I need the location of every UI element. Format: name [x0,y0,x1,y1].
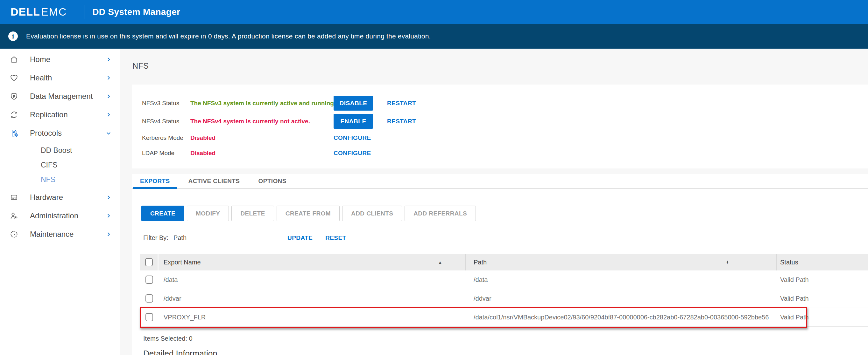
sidebar-item-label: Protocols [30,129,106,138]
app-title: DD System Manager [92,7,180,17]
clock-icon [9,230,19,239]
items-selected-status: Items Selected: 0 [143,335,868,342]
path-cell: /data/col1/nsr/VMBackupDevice02/93/60/92… [466,314,777,321]
enable-button[interactable]: ENABLE [334,114,373,129]
disable-button[interactable]: DISABLE [334,96,373,111]
nfsv3-restart-link[interactable]: RESTART [387,100,416,107]
sidebar-item-hardware[interactable]: Hardware [0,188,120,207]
sidebar-item-label: Home [30,55,106,64]
sidebar-item-label: Data Management [30,92,106,101]
kerberos-configure-link[interactable]: CONFIGURE [334,135,371,141]
sidebar-item-label: Hardware [30,193,106,202]
add-clients-button[interactable]: ADD CLIENTS [342,206,402,221]
sidebar-item-replication[interactable]: Replication [0,106,120,124]
hard-drive-icon [9,193,19,202]
sidebar-item-home[interactable]: Home [0,50,120,69]
tab-exports[interactable]: EXPORTS [133,174,177,188]
chevron-right-icon [106,194,112,200]
sidebar-nav: Home Health Data Management [0,49,120,355]
export-name-cell: /ddvar [158,295,466,302]
logo-emc-text: EMC [41,6,67,18]
kerberos-mode-value: Disabled [190,135,334,141]
path-cell: /ddvar [466,295,777,302]
sidebar-item-health[interactable]: Health [0,69,120,87]
column-header-path[interactable]: Path ♦ [466,254,777,271]
main-content: NFS NFSv3 Status The NFSv3 system is cur… [120,49,868,355]
column-header-status[interactable]: Status [777,254,868,271]
home-icon [9,55,19,64]
nfsv4-status-label: NFSv4 Status [142,118,190,125]
column-header-export-name[interactable]: Export Name ▲ [158,254,466,271]
sidebar-item-data-management[interactable]: Data Management [0,87,120,106]
nfsv3-status-row: NFSv3 Status The NFSv3 system is current… [142,94,868,112]
table-body: /data /data Valid Path /ddvar /ddvar Val… [140,271,868,327]
create-from-button[interactable]: CREATE FROM [277,206,340,221]
table-row-data[interactable]: /data /data Valid Path [140,271,868,289]
row-checkbox[interactable] [146,294,153,303]
chevron-right-icon [106,213,112,219]
sidebar-subitem-label: NFS [41,175,55,184]
column-label: Status [780,259,798,266]
nfsv3-status-label: NFSv3 Status [142,100,190,107]
path-cell: /data [466,276,777,283]
ldap-mode-value: Disabled [190,150,334,157]
column-label: Export Name [164,259,201,266]
reset-link[interactable]: RESET [325,235,346,242]
protocols-document-gear-icon [9,129,19,138]
detailed-information-heading: Detailed Information [143,349,868,355]
sidebar-subitem-cifs[interactable]: CIFS [0,157,120,172]
export-name-cell: /data [158,276,466,283]
info-icon: i [8,32,18,41]
filter-path-input[interactable] [192,230,275,246]
exports-toolbar: CREATE MODIFY DELETE CREATE FROM ADD CLI… [140,206,868,221]
sidebar-item-label: Health [30,73,106,82]
add-referrals-button[interactable]: ADD REFERRALS [405,206,476,221]
exports-panel: CREATE MODIFY DELETE CREATE FROM ADD CLI… [140,198,868,355]
nfsv4-status-row: NFSv4 Status The NFSv4 system is current… [142,112,868,130]
shield-icon [9,92,19,101]
table-row-vproxy-flr[interactable]: VPROXY_FLR /data/col1/nsr/VMBackupDevice… [140,308,868,327]
row-checkbox[interactable] [146,313,153,321]
column-label: Path [474,259,487,266]
license-banner: i Evaluation license is in use on this s… [0,24,868,49]
table-row-ddvar[interactable]: /ddvar /ddvar Valid Path [140,289,868,308]
nfsv4-status-value: The NFSv4 system is currently not active… [190,118,334,125]
filter-field-label: Path [174,234,187,242]
sidebar-subitem-nfs[interactable]: NFS [0,172,120,187]
sidebar-item-label: Replication [30,110,106,119]
delete-button[interactable]: DELETE [231,206,274,221]
modify-button[interactable]: MODIFY [187,206,229,221]
sidebar-item-maintenance[interactable]: Maintenance [0,225,120,243]
table-header-checkbox-cell [140,254,158,271]
table-header-row: Export Name ▲ Path ♦ [140,254,868,271]
heart-icon [9,73,19,82]
sidebar-subitem-label: CIFS [41,161,57,169]
select-all-checkbox[interactable] [145,258,153,266]
sync-arrows-icon [9,110,19,119]
row-checkbox[interactable] [146,276,153,284]
sidebar-subitem-dd-boost[interactable]: DD Boost [0,143,120,157]
dell-emc-logo: DELL EMC [10,6,67,18]
nfsv4-restart-link[interactable]: RESTART [387,118,416,125]
chevron-right-icon [106,232,112,237]
nfsv3-status-value: The NFSv3 system is currently active and… [190,100,334,107]
export-name-cell: VPROXY_FLR [158,314,466,321]
tab-bar: EXPORTS ACTIVE CLIENTS OPTIONS [132,174,868,189]
update-link[interactable]: UPDATE [287,235,313,242]
tab-options[interactable]: OPTIONS [251,174,293,188]
sidebar-subitem-label: DD Boost [41,146,72,155]
sidebar-item-administration[interactable]: Administration [0,207,120,225]
tab-active-clients[interactable]: ACTIVE CLIENTS [181,174,247,188]
create-button[interactable]: CREATE [141,206,184,221]
sidebar-item-label: Administration [30,211,106,220]
logo-dell-text: DELL [10,6,40,18]
page-title: NFS [132,61,868,71]
ldap-configure-link[interactable]: CONFIGURE [334,150,371,157]
ldap-mode-label: LDAP Mode [142,150,190,157]
chevron-right-icon [106,57,112,62]
sort-diamond-icon[interactable]: ♦ [727,259,728,265]
sidebar-item-protocols[interactable]: Protocols [0,124,120,142]
ldap-mode-row: LDAP Mode Disabled CONFIGURE [142,146,868,161]
sort-ascending-icon[interactable]: ▲ [438,260,442,265]
exports-table: Export Name ▲ Path ♦ [140,254,868,327]
